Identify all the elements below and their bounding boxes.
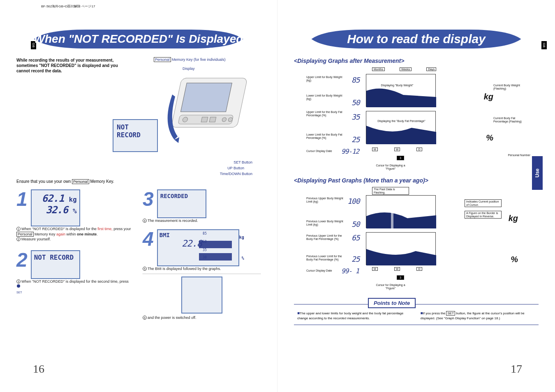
points-to-note: Points to Note ■The upper and lower limi…: [294, 298, 539, 325]
step-2-lcd: NOT RECORD: [31, 250, 80, 279]
svg-rect-5: [209, 117, 216, 122]
cursor-date-label: Cursor Display Date: [306, 150, 332, 153]
fat-graph-icon: [366, 111, 436, 144]
step-5-text: 6and the power is switched off.: [143, 315, 261, 321]
time-down-button-callout: Time/DOWN Button: [220, 172, 252, 176]
upper-fat-label: Upper Limit for the Body Fat Percentage …: [306, 111, 343, 117]
file-path-header: BF-562海外GB+D面付解除 ページ17: [41, 4, 95, 9]
step-3: 3 RECORDED: [143, 189, 261, 218]
step-1-text1: 1When "NOT RECORDED" is displayed for th…: [16, 226, 134, 237]
up-button-callout: UP Button: [227, 166, 244, 170]
svg-rect-1: [180, 83, 232, 112]
right-banner: How to read the display: [294, 29, 539, 49]
lower-weight-label: Lower Limit for Body Weight (kg): [306, 94, 343, 100]
step-3-num: 3: [143, 189, 154, 209]
fig-reverse-label: A Figure on the Border is Displayed in R…: [465, 211, 502, 219]
svg-rect-4: [201, 117, 208, 122]
step-3-text: 4The measurement is recorded.: [143, 218, 261, 224]
page-16: BF-562海外GB+D面付解除 ページ17 When "NOT RECORDE…: [0, 0, 278, 392]
personal-number-badge-2: 3: [397, 275, 404, 280]
step-4-lcd: BMI 22.8 85 60 35 30 kg %: [157, 229, 239, 266]
personal-key-boxed: Personal: [154, 57, 171, 62]
points-title: Points to Note: [368, 298, 416, 308]
lower-fat-label: Lower Limit for the Body Fat Percentage …: [306, 133, 343, 139]
page-number-right: 17: [511, 362, 522, 376]
device-lcd-not-record: NOT RECORD: [113, 119, 158, 152]
cursor-figure-label-2: Cursor for Displaying a "Figure": [372, 284, 409, 290]
step-4-text: 5The BMI is displayed followed by the gr…: [143, 266, 261, 272]
prev-lower-f-label: Previous Lower Limit for the Body Fat Pe…: [306, 255, 343, 261]
current-weight-label: Current Body Weight (Flashing): [493, 84, 530, 90]
steps-right-col: 3 RECORDED 4The measurement is recorded.…: [143, 186, 261, 321]
current-fat-label: Current Body Fat Percentage (Flashing): [493, 117, 530, 123]
cursor-figure-label-1: Cursor for Displaying a "Figure": [372, 164, 409, 170]
prev-upper-w-label: Previous Upper Body Weight Limit (kg): [306, 197, 343, 203]
section2-heading: <Displaying Past Graphs (More than a yea…: [294, 177, 539, 184]
past-weight-graph-icon: [366, 196, 436, 228]
device-icon: [166, 74, 257, 148]
step-3-lcd: RECORDED: [157, 189, 206, 218]
step-1-text2: 2Measure yourself.: [16, 237, 134, 242]
svg-point-8: [17, 284, 20, 288]
left-banner: When "NOT RECORDED" Is Displayed: [16, 29, 261, 49]
weight-graph-icon: [366, 74, 436, 107]
ensure-line: Ensure that you use your own Personal Me…: [16, 179, 261, 184]
personal-key-text: Memory Key (for five individuals): [172, 58, 226, 62]
prev-lower-w-label: Previous Lower Body Weight Limit (kg): [306, 220, 343, 226]
step-2-text: 3When "NOT RECORDED" is displayed for th…: [16, 279, 134, 295]
right-banner-text: How to read the display: [347, 32, 486, 46]
set-button-callout: SET Button: [234, 160, 252, 164]
step-5-lcd: [181, 277, 222, 314]
step-1: 1 62.1 kg 32.6 %: [16, 189, 134, 226]
points-item-2: ■If you press the SET button, the figure…: [421, 310, 536, 321]
svg-rect-9: [199, 241, 232, 248]
device-diagram: Personal Memory Key (for five individual…: [154, 58, 261, 177]
months-btn: Months: [372, 67, 385, 71]
set-dot-icon: [16, 284, 21, 288]
days-btn: Days: [426, 67, 436, 71]
step-2-num: 2: [16, 250, 28, 270]
ind-cursor-label: Indicates Current position of Cursor.: [465, 199, 502, 207]
step-4: 4 BMI 22.8 85 60 35 30 kg: [143, 229, 261, 266]
graph-display-1: Months Weeks Days Upper Limit for Body W…: [294, 67, 539, 172]
step-2: 2 NOT RECORD: [16, 250, 134, 279]
step-4-num: 4: [143, 229, 154, 249]
points-item-1: ■The upper and lower limits for body wei…: [297, 310, 412, 321]
svg-rect-11: [391, 204, 393, 228]
page-17: How to read the display <Displaying Grap…: [278, 0, 555, 392]
graph-display-2: The Past Data is Flashing. Previous Uppe…: [294, 187, 539, 290]
prev-upper-f-label: Previous Upper Limit for the Body Fat Pe…: [306, 234, 343, 240]
past-flash-label: The Past Data is Flashing.: [372, 187, 409, 195]
past-fat-graph-icon: [366, 233, 436, 265]
left-banner-text: When "NOT RECORDED" Is Displayed: [34, 32, 243, 46]
cursor-date-label-2: Cursor Display Date: [306, 269, 332, 272]
manual-spread: GB GB Use BF-562海外GB+D面付解除 ページ17 When "N…: [0, 0, 555, 392]
steps-row: 1 62.1 kg 32.6 % 1When "NOT RECORDED" is…: [16, 186, 261, 321]
step-1-lcd: 62.1 kg 32.6 %: [31, 189, 80, 226]
personal-number-badge: 3: [397, 156, 404, 160]
intro-paragraph: While recording the results of your meas…: [16, 58, 119, 177]
display-callout: Display: [183, 67, 195, 71]
personal-number-label: Personal Number: [508, 154, 530, 157]
step-1-num: 1: [16, 189, 28, 209]
section1-heading: <Displaying Graphs after Measurement>: [294, 58, 539, 64]
svg-rect-10: [199, 253, 232, 261]
page-number-left: 16: [33, 362, 44, 376]
weeks-btn: Weeks: [400, 67, 412, 71]
upper-weight-label: Upper Limit for Body Weight (kg): [306, 76, 343, 82]
steps-left-col: 1 62.1 kg 32.6 % 1When "NOT RECORDED" is…: [16, 186, 134, 321]
